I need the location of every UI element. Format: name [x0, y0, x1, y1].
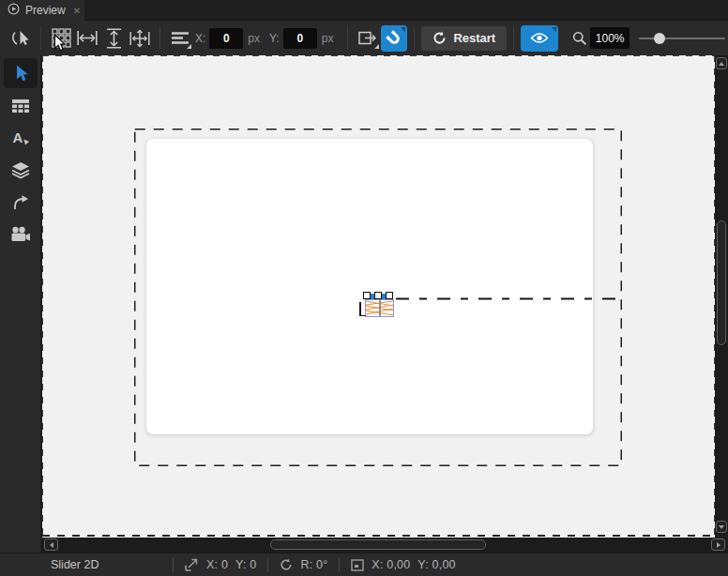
position-readout: X: 0 Y: 0: [185, 558, 256, 571]
item-corner-bracket: [359, 315, 366, 317]
fit-width-icon: [77, 30, 98, 46]
fit-height-icon: [106, 28, 122, 49]
bounds-icon: [351, 559, 364, 571]
toolbar-separator: [513, 27, 514, 50]
visibility-toggle[interactable]: [521, 25, 558, 52]
scroll-down-button[interactable]: [716, 521, 727, 533]
statusbar-separator: [267, 558, 268, 572]
rotate-icon: [280, 558, 293, 571]
sidebar-item-camera[interactable]: [4, 220, 38, 248]
scroll-up-button[interactable]: [716, 57, 727, 69]
pick-cursor-icon: [10, 28, 31, 49]
resize-handle-right[interactable]: [386, 292, 393, 299]
rotation-readout: R: 0°: [280, 558, 327, 571]
toolbar-separator: [40, 27, 41, 50]
y-position-label: Y:: [269, 32, 280, 45]
zoom-level-value[interactable]: 100%: [590, 27, 629, 49]
zoom-slider-track[interactable]: [639, 38, 725, 39]
sidebar-item-layers[interactable]: [4, 156, 38, 184]
rotation-value: R: 0°: [300, 558, 327, 571]
connections-icon: [11, 193, 30, 210]
vertical-scrollbar[interactable]: [715, 55, 728, 536]
sidebar-item-text-tool[interactable]: A: [4, 124, 38, 152]
statusbar-separator: [173, 558, 174, 572]
size-y-value: Y: 0,00: [417, 558, 455, 571]
x-position-input[interactable]: [209, 28, 243, 49]
application-window: Preview ✕: [0, 0, 728, 576]
tab-preview[interactable]: Preview ✕: [0, 0, 84, 21]
restart-label: Restart: [453, 31, 495, 45]
slider-2d-item[interactable]: [365, 299, 394, 317]
fit-all-icon: [129, 29, 150, 48]
fit-all-button[interactable]: [127, 25, 153, 52]
toolbar-separator: [347, 27, 348, 50]
dropdown-arrow-icon: [187, 44, 191, 49]
arrow-up-icon: [719, 62, 724, 66]
move-position-icon: [185, 558, 199, 571]
sidebar-item-table-view[interactable]: [4, 92, 38, 120]
sidebar-item-select-tool[interactable]: [4, 58, 38, 88]
resize-handle-left[interactable]: [363, 292, 371, 299]
position-x-value: X: 0: [206, 558, 228, 571]
dropdown-arrow-icon: [374, 44, 379, 49]
pick-cursor-button[interactable]: [8, 25, 34, 52]
arrow-left-icon: [50, 542, 53, 548]
selected-item-name: Slider 2D: [51, 558, 161, 571]
resize-handle-center[interactable]: [374, 292, 382, 299]
size-readout: X: 0,00 Y: 0,00: [351, 558, 455, 571]
canvas-edge-dashes-left: [42, 55, 43, 538]
x-position-label: X:: [195, 32, 205, 45]
magnet-icon: [386, 30, 402, 47]
tool-sidebar: A: [0, 55, 41, 553]
restart-button[interactable]: Restart: [421, 26, 507, 51]
toolbar-separator: [414, 27, 415, 50]
component-surface[interactable]: [146, 139, 593, 434]
y-unit-label: px: [322, 32, 334, 45]
status-bar: Slider 2D X: 0 Y: 0 R: 0°: [0, 553, 728, 576]
zoom-tool-button[interactable]: [569, 25, 590, 52]
canvas-edge-dashes-top: [42, 55, 715, 56]
magnifier-icon: [572, 31, 587, 46]
scroll-left-button[interactable]: [44, 538, 58, 551]
table-icon: [11, 99, 30, 114]
canvas-edge-dashes-bottom: [42, 535, 715, 537]
zoom-slider[interactable]: [639, 32, 725, 45]
tab-title: Preview: [25, 4, 66, 17]
camera-icon: [10, 226, 31, 242]
toolbar-separator: [159, 27, 160, 50]
align-options-button[interactable]: [167, 25, 193, 52]
arrow-right-icon: [717, 542, 720, 548]
horizontal-scrollbar[interactable]: [42, 538, 728, 553]
sidebar-item-connections[interactable]: [4, 188, 38, 216]
arrow-down-icon: [719, 525, 724, 529]
refresh-icon: [432, 31, 447, 45]
fit-height-button[interactable]: [100, 25, 127, 52]
zoom-slider-handle[interactable]: [654, 33, 665, 44]
grid-mode-button[interactable]: [48, 25, 74, 52]
design-canvas[interactable]: [42, 55, 715, 538]
eye-icon: [530, 32, 549, 44]
select-cursor-icon: [12, 64, 29, 83]
x-unit-label: px: [248, 32, 260, 45]
fit-width-button[interactable]: [74, 25, 100, 52]
horizontal-scrollbar-thumb[interactable]: [270, 539, 486, 550]
canvas-toolbar: X: px Y: px: [0, 21, 728, 55]
tab-bar: Preview ✕: [0, 0, 728, 21]
text-tool-glyph: A: [12, 129, 23, 145]
size-x-value: X: 0,00: [372, 558, 410, 571]
selection-extent-dashed-line: [396, 296, 623, 301]
slider-handle-indicator[interactable]: [379, 300, 381, 316]
item-corner-bracket: [359, 302, 361, 315]
position-y-value: Y: 0: [235, 558, 256, 571]
grid-icon: [52, 28, 71, 48]
snap-magnet-toggle[interactable]: [381, 25, 407, 52]
layers-icon: [11, 161, 30, 179]
layout-parent-button[interactable]: [355, 25, 381, 52]
play-circle-icon: [8, 2, 20, 19]
y-position-input[interactable]: [283, 28, 317, 49]
vertical-scrollbar-thumb[interactable]: [717, 220, 726, 345]
text-tool-icon: A: [11, 129, 30, 146]
statusbar-separator: [339, 558, 340, 572]
tab-close-icon[interactable]: ✕: [73, 6, 81, 16]
scroll-right-button[interactable]: [711, 538, 725, 551]
